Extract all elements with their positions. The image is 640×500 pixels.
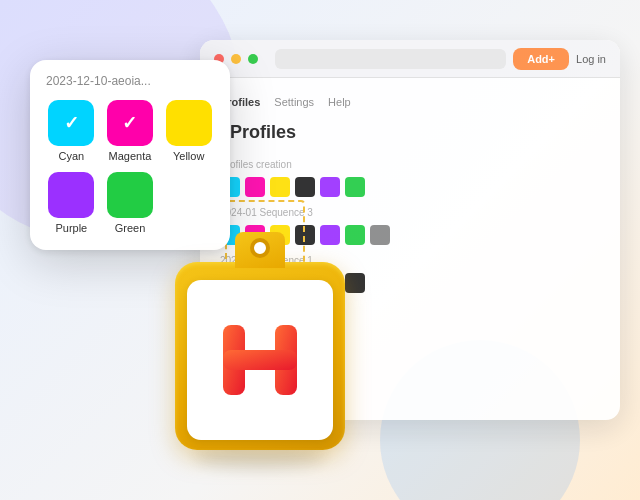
h-logo [215,315,305,405]
popup-color-cyan[interactable]: ✓ Cyan [46,100,97,162]
popup-color-label-cyan: Cyan [58,150,84,162]
popup-color-label-magenta: Magenta [109,150,152,162]
popup-color-purple[interactable]: Purple [46,172,97,234]
popup-color-label-yellow: Yellow [173,150,204,162]
popup-title: 2023-12-10-aeoia... [46,74,214,88]
popup-color-box-cyan: ✓ [48,100,94,146]
clipboard-clip-hole [250,238,270,258]
color-row-1 [220,177,600,197]
svg-rect-3 [245,325,275,350]
swatch-yellow-1 [270,177,290,197]
clipboard-clip [235,232,285,268]
popup-color-box-yellow [166,100,212,146]
popup-color-yellow[interactable]: Yellow [163,100,214,162]
svg-rect-2 [223,350,297,370]
section-label-2: 2024-01 Sequence 3 [220,207,600,218]
browser-header-row: / Profiles [220,122,600,143]
swatch-black-1 [295,177,315,197]
clipboard-paper [187,280,333,440]
popup-color-label-green: Green [115,222,146,234]
swatch-magenta-1 [245,177,265,197]
popup-color-green[interactable]: Green [105,172,156,234]
swatch-purple-1 [320,177,340,197]
nav-settings[interactable]: Settings [274,96,314,108]
popup-card[interactable]: 2023-12-10-aeoia... ✓ Cyan ✓ Magenta Yel… [30,60,230,250]
add-button[interactable]: Add+ [513,48,569,70]
login-button[interactable]: Log in [576,53,606,65]
popup-color-box-purple [48,172,94,218]
browser-dot-minimize [231,54,241,64]
popup-colors-grid: ✓ Cyan ✓ Magenta Yellow Purple [46,100,214,234]
browser-nav: Profiles Settings Help [220,96,600,108]
browser-addressbar [275,49,506,69]
scene: Add+ Log in Profiles Settings Help / Pro… [0,0,640,500]
clipboard-icon [160,240,360,460]
popup-color-box-green [107,172,153,218]
browser-dot-expand [248,54,258,64]
section-label-1: Profiles creation [220,159,600,170]
clipboard-body [175,250,345,450]
popup-color-magenta[interactable]: ✓ Magenta [105,100,156,162]
checkmark-cyan: ✓ [64,112,79,134]
page-title: / Profiles [220,122,296,143]
swatch-gray-2 [370,225,390,245]
swatch-green-1 [345,177,365,197]
nav-help[interactable]: Help [328,96,351,108]
checkmark-magenta: ✓ [122,112,137,134]
browser-topbar: Add+ Log in [200,40,620,78]
popup-color-box-magenta: ✓ [107,100,153,146]
popup-color-label-purple: Purple [55,222,87,234]
svg-rect-4 [245,370,275,395]
